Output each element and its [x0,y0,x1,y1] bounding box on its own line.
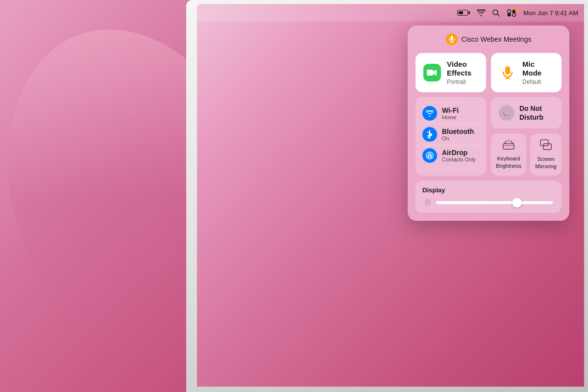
search-icon[interactable] [492,9,500,17]
battery-icon [457,10,470,16]
mic-mode-text: Mic Mode Default [522,60,554,85]
keyboard-brightness-label: Keyboard Brightness [496,155,521,169]
airdrop-icon [422,148,437,163]
svg-point-31 [426,201,429,204]
airdrop-item[interactable]: AirDrop Contacts Only [422,145,479,166]
airdrop-subtitle: Contacts Only [442,157,476,162]
mic-mode-subtitle: Default [522,78,554,85]
dnd-text: Do Not Disturb [519,104,543,122]
network-left-panel: Wi-Fi Home [416,97,486,176]
video-effects-text: Video Effects Portrait [447,60,478,85]
video-effects-title: Video Effects [447,60,478,78]
dnd-title-line2: Disturb [519,113,543,122]
menu-bar-datetime: Mon Jun 7 9:41 AM [523,9,578,17]
keyboard-brightness-icon [503,140,514,152]
network-row: Wi-Fi Home [416,97,562,176]
screen-bezel: Mon Jun 7 9:41 AM Cisco Webex Meetings [186,0,588,392]
svg-rect-10 [505,66,510,75]
video-effects-subtitle: Portrait [447,78,478,85]
svg-line-36 [425,200,426,200]
screen-inner: Mon Jun 7 9:41 AM Cisco Webex Meetings [197,4,584,387]
mic-mode-title: Mic Mode [522,60,554,78]
svg-point-16 [429,154,431,155]
bluetooth-text: Bluetooth On [442,128,474,142]
bluetooth-item[interactable]: Bluetooth On [422,124,479,145]
kb-line2: Brightness [496,162,521,169]
wifi-text: Wi-Fi Home [442,106,459,121]
microphone-large-icon [499,64,516,81]
mic-mode-tile[interactable]: Mic Mode Default [491,53,562,92]
screen-mirroring-label: Screen Mirroring [535,156,556,170]
app-indicator: Cisco Webex Meetings [416,33,562,45]
video-camera-icon [423,64,441,81]
brightness-slider-wrapper [422,199,555,207]
airdrop-text: AirDrop Contacts Only [442,149,476,163]
brightness-slider[interactable] [436,201,553,204]
svg-point-4 [507,13,511,17]
svg-point-2 [507,10,511,13]
top-row: Video Effects Portrait [416,53,562,92]
svg-rect-30 [543,144,551,150]
svg-line-26 [511,141,512,142]
svg-line-1 [497,14,499,16]
wifi-icon[interactable] [477,9,486,16]
screen-mirroring-icon [540,139,552,153]
menu-bar: Mon Jun 7 9:41 AM [197,4,584,22]
airdrop-title: AirDrop [442,149,476,157]
svg-line-38 [430,200,430,200]
menu-bar-right: Mon Jun 7 9:41 AM [457,9,578,17]
video-effects-tile[interactable]: Video Effects Portrait [416,53,486,92]
svg-rect-17 [503,144,514,149]
sm-line2: Mirroring [535,163,556,170]
svg-rect-9 [427,70,433,76]
svg-rect-6 [450,36,453,40]
display-section: Display [416,181,562,213]
kb-line1: Keyboard [496,155,521,162]
svg-point-5 [512,13,515,17]
svg-line-25 [506,141,507,142]
bluetooth-title: Bluetooth [442,128,474,136]
wifi-title: Wi-Fi [442,106,459,115]
notification-dot [514,8,518,11]
dnd-title-line1: Do Not [519,104,543,113]
svg-rect-29 [540,140,548,146]
screen-mirroring-tile[interactable]: Screen Mirroring [530,133,562,176]
do-not-disturb-tile[interactable]: Do Not Disturb [491,97,562,129]
display-title: Display [422,186,555,194]
app-name-label: Cisco Webex Meetings [462,35,532,43]
svg-line-37 [430,204,430,205]
slider-thumb[interactable] [512,198,522,208]
bluetooth-icon [422,127,437,142]
keyboard-brightness-tile[interactable]: Keyboard Brightness [491,133,526,176]
svg-line-39 [425,204,426,205]
wifi-network-icon [422,106,437,121]
sun-small-icon [424,199,431,207]
network-right-panel: Do Not Disturb [491,97,562,176]
sm-line1: Screen [535,156,556,162]
bottom-tiles: Keyboard Brightness [491,133,562,176]
wifi-subtitle: Home [442,114,459,120]
control-center-icon[interactable] [507,9,516,17]
moon-icon [499,105,514,121]
app-icon-microphone [446,33,458,45]
control-center-panel: Cisco Webex Meetings Video Effects Portr… [408,26,569,221]
bluetooth-subtitle: On [442,135,474,141]
wifi-item[interactable]: Wi-Fi Home [422,103,479,124]
